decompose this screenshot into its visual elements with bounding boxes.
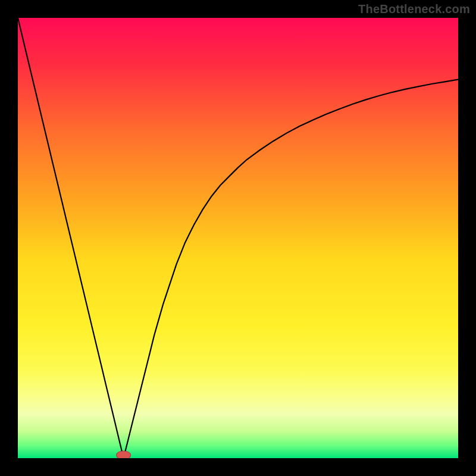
plot-area	[18, 18, 458, 458]
watermark-text: TheBottleneck.com	[358, 2, 470, 16]
min-marker	[117, 451, 131, 458]
chart-svg	[18, 18, 458, 458]
chart-frame: TheBottleneck.com	[0, 0, 476, 476]
gradient-background	[18, 18, 458, 458]
